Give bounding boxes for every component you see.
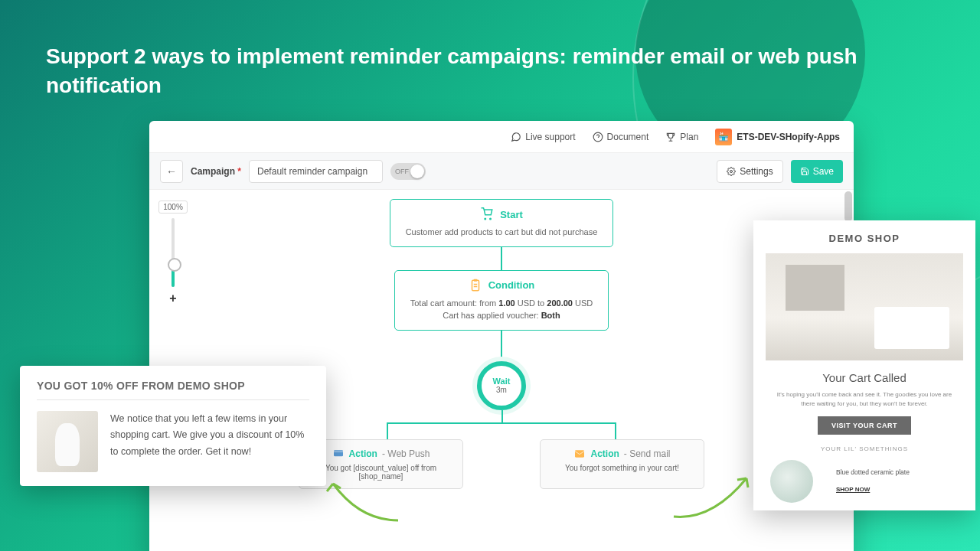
campaign-field-label: Campaign * — [191, 166, 241, 177]
zoom-slider[interactable] — [172, 218, 175, 287]
mail-icon — [573, 448, 586, 460]
user-menu[interactable]: 🏪 ETS-DEV-SHopify-Apps — [715, 129, 840, 145]
email-heading: Your Cart Called — [766, 371, 963, 384]
plan-label: Plan — [680, 132, 698, 142]
action-body: You got [discount_value] off from [shop_… — [313, 464, 449, 481]
start-subtitle: Customer add products to cart but did no… — [406, 226, 598, 239]
settings-button[interactable]: Settings — [717, 160, 782, 183]
help-icon — [593, 132, 603, 142]
cart-icon — [480, 207, 494, 221]
push-icon — [332, 448, 345, 460]
email-product-image — [770, 460, 813, 503]
condition-title: Condition — [488, 279, 535, 291]
start-node[interactable]: Start Customer add products to cart but … — [390, 199, 614, 247]
email-preview-card: DEMO SHOP Your Cart Called It's hoping y… — [753, 220, 975, 510]
wait-node[interactable]: Wait 3m — [477, 361, 526, 410]
toolbar: ← Campaign * OFF Settings Save — [149, 153, 854, 190]
webpush-image — [37, 411, 98, 472]
campaign-toggle[interactable]: OFF — [390, 163, 426, 180]
condition-body: Total cart amount: from 1.00 USD to 200.… — [410, 297, 593, 322]
action-label: Action — [590, 448, 619, 459]
email-hero-image — [766, 253, 963, 360]
email-paragraph: It's hoping you'll come back and see it.… — [766, 390, 963, 409]
action-sendmail-node[interactable]: Action - Send mail You forgot something … — [540, 439, 704, 489]
email-product-name: Blue dotted ceramic plate — [836, 468, 959, 476]
svg-rect-6 — [334, 450, 343, 456]
save-label: Save — [813, 166, 834, 177]
live-support-link[interactable]: Live support — [511, 132, 575, 142]
zoom-control: 100% + — [162, 201, 185, 305]
svg-rect-2 — [472, 280, 479, 291]
branch — [348, 410, 655, 439]
svg-rect-3 — [473, 279, 477, 281]
topbar: Live support Document Plan 🏪 ETS-DEV-SHo… — [149, 121, 854, 153]
webpush-title: YOU GOT 10% OFF FROM DEMO SHOP — [37, 380, 309, 400]
email-subheading: YOUR LIL' SOMETHINGS — [766, 445, 963, 452]
webpush-preview-card: YOU GOT 10% OFF FROM DEMO SHOP We notice… — [20, 366, 326, 486]
connector — [501, 331, 502, 361]
toggle-label: OFF — [395, 168, 409, 175]
wait-label: Wait — [493, 377, 511, 386]
email-product: Blue dotted ceramic plate SHOP NOW — [766, 460, 963, 503]
user-name: ETS-DEV-SHopify-Apps — [737, 132, 840, 142]
document-label: Document — [607, 132, 649, 142]
connector — [501, 247, 502, 270]
plan-link[interactable]: Plan — [665, 132, 698, 142]
zoom-level: 100% — [158, 201, 188, 214]
chat-icon — [511, 132, 521, 142]
action-body: You forgot something in your cart! — [554, 464, 690, 472]
svg-rect-7 — [575, 450, 584, 457]
start-title: Start — [500, 209, 523, 220]
save-button[interactable]: Save — [791, 160, 843, 183]
app-window: Live support Document Plan 🏪 ETS-DEV-SHo… — [149, 121, 854, 551]
email-product-link[interactable]: SHOP NOW — [836, 486, 870, 493]
flow: Start Customer add products to cart but … — [299, 199, 704, 489]
condition-node[interactable]: Condition Total cart amount: from 1.00 U… — [394, 270, 609, 331]
wait-time: 3m — [496, 386, 507, 394]
gear-icon — [727, 167, 736, 176]
svg-point-1 — [730, 170, 733, 172]
email-shop-name: DEMO SHOP — [766, 233, 963, 244]
avatar: 🏪 — [715, 129, 732, 145]
scrollbar[interactable] — [844, 191, 852, 222]
campaign-name-input[interactable] — [249, 160, 383, 183]
zoom-in-button[interactable]: + — [169, 292, 176, 305]
email-cta-button[interactable]: VISIT YOUR CART — [818, 416, 911, 435]
settings-label: Settings — [740, 166, 773, 177]
trophy-icon — [665, 132, 676, 142]
page-headline: Support 2 ways to implement reminder cam… — [46, 42, 934, 100]
back-button[interactable]: ← — [160, 160, 183, 183]
live-support-label: Live support — [525, 132, 575, 142]
save-icon — [800, 167, 809, 176]
clipboard-icon — [469, 279, 482, 292]
action-label: Action — [349, 448, 377, 459]
document-link[interactable]: Document — [593, 132, 649, 142]
webpush-body: We notice that you left a few items in y… — [110, 411, 309, 472]
